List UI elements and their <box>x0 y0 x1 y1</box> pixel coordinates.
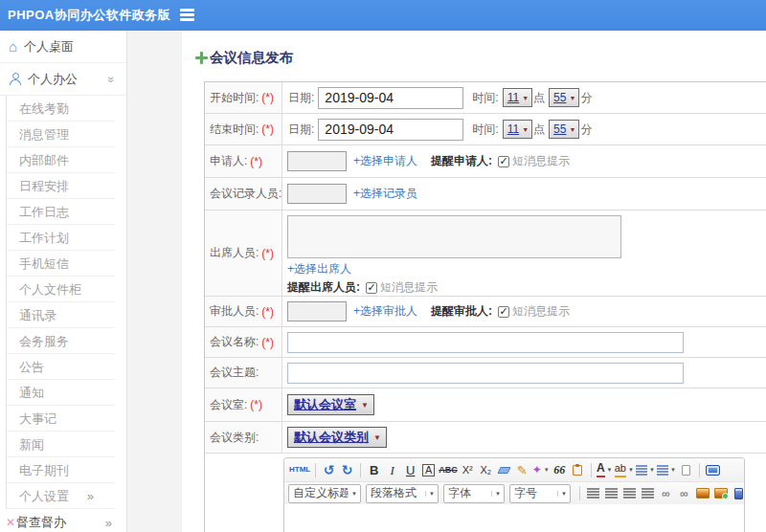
sidebar-item-schedule[interactable]: 日程安排 <box>7 173 115 199</box>
font-size-select[interactable]: 字号▼ <box>509 484 571 503</box>
time-label: 时间: <box>472 122 498 138</box>
start-minute-select[interactable]: 55▼ <box>549 88 579 107</box>
field-label: 出席人员: <box>210 245 259 261</box>
required-mark: (*) <box>261 305 274 319</box>
content-panel: 会议信息发布 开始时间: (*) 日期: 时间: 11▼ 点 55▼ 分 <box>182 31 766 532</box>
italic-icon[interactable]: I <box>384 461 400 479</box>
choose-recorder-link[interactable]: +选择记录员 <box>353 186 417 202</box>
end-hour-select[interactable]: 11▼ <box>503 120 532 139</box>
auto-typeset-icon[interactable]: ✦▼ <box>532 461 550 479</box>
sidebar-item-meeting-service[interactable]: 会务服务 <box>7 328 115 354</box>
sidebar-item-label: 个人设置 <box>19 489 69 503</box>
start-date-input[interactable] <box>318 87 463 109</box>
html-source-icon[interactable]: HTML <box>289 461 310 479</box>
meeting-topic-input[interactable] <box>287 363 684 384</box>
sidebar-item-contacts[interactable]: 通讯录 <box>7 302 115 328</box>
meeting-category-select[interactable]: 默认会议类别▼ <box>287 427 387 448</box>
field-label: 会议室: <box>210 397 247 413</box>
ordered-list-icon[interactable]: ▼ <box>636 461 655 479</box>
attendees-sms-checkbox[interactable]: ✓ <box>366 282 377 294</box>
new-page-icon[interactable] <box>678 461 694 479</box>
choose-attendees-link[interactable]: +选择出席人 <box>287 261 351 277</box>
sidebar-item-news[interactable]: 新闻 <box>7 432 115 457</box>
paste-text-icon[interactable] <box>570 461 586 479</box>
align-center-icon[interactable] <box>603 484 620 502</box>
sidebar-item-personal-desktop[interactable]: ⌂ 个人桌面 <box>0 31 126 63</box>
sidebar-item-message-management[interactable]: 消息管理 <box>7 122 115 147</box>
undo-icon[interactable]: ↺ <box>321 461 337 479</box>
required-mark: (*) <box>261 336 274 349</box>
align-left-icon[interactable] <box>585 484 601 502</box>
blockquote-icon[interactable]: 66 <box>552 461 568 479</box>
meeting-form: 开始时间: (*) 日期: 时间: 11▼ 点 55▼ 分 结束时间: (*) <box>204 81 766 532</box>
sidebar-item-personal-office[interactable]: 个人办公 » <box>0 63 126 96</box>
end-date-input[interactable] <box>318 119 463 141</box>
approver-input[interactable] <box>287 301 347 321</box>
insert-video-icon[interactable] <box>731 484 745 502</box>
superscript-icon[interactable]: X² <box>460 461 476 479</box>
sidebar-item-online-attendance[interactable]: 在线考勤 <box>7 96 115 122</box>
sidebar-item-personal-settings[interactable]: 个人设置 » <box>7 483 115 509</box>
hamburger-menu-icon[interactable] <box>180 9 194 21</box>
paragraph-format-select[interactable]: 段落格式▼ <box>366 484 439 503</box>
field-label: 会议主题: <box>210 365 259 381</box>
required-mark: (*) <box>250 398 262 411</box>
bold-icon[interactable]: B <box>366 461 382 479</box>
unordered-list-icon[interactable]: ▼ <box>657 461 676 479</box>
sidebar-item-notice[interactable]: 通知 <box>7 380 115 406</box>
toolbar-separator <box>591 463 592 477</box>
form-row-attendees: 出席人员: (*) +选择出席人 提醒出席人员: ✓ 短消息提示 <box>205 211 766 297</box>
sidebar-item-mobile-sms[interactable]: 手机短信 <box>7 251 115 277</box>
sidebar-item-label: 个人办公 <box>28 71 78 88</box>
sidebar-item-label: 督查督办 <box>16 514 66 531</box>
choose-approver-link[interactable]: +选择审批人 <box>353 303 417 320</box>
format-brush-icon[interactable]: ✎ <box>514 461 530 479</box>
sidebar: ⌂ 个人桌面 个人办公 » 在线考勤消息管理内部邮件日程安排工作日志工作计划手机… <box>0 31 127 532</box>
upload-image-icon[interactable] <box>712 484 729 502</box>
app-header: PHPOA协同办公软件政务版 <box>0 0 766 31</box>
eraser-icon[interactable] <box>496 461 512 479</box>
align-right-icon[interactable] <box>621 484 638 502</box>
fullscreen-icon[interactable] <box>705 461 721 479</box>
sidebar-item-work-log[interactable]: 工作日志 <box>7 199 115 225</box>
toolbar-separator <box>699 463 700 477</box>
end-minute-select[interactable]: 55▼ <box>549 120 579 139</box>
sidebar-item-announcement[interactable]: 公告 <box>7 354 115 380</box>
subscript-icon[interactable]: X₂ <box>478 461 494 479</box>
custom-title-select[interactable]: 自定义标题▼ <box>288 484 361 503</box>
strikethrough-icon[interactable]: ABC <box>439 461 458 479</box>
font-family-select[interactable]: 字体▼ <box>443 484 505 503</box>
editor-content[interactable] <box>284 504 744 532</box>
form-row-meeting-room: 会议室: (*) 默认会议室▼ <box>205 388 766 422</box>
start-hour-select[interactable]: 11▼ <box>503 88 532 107</box>
plus-icon <box>195 52 208 64</box>
sidebar-item-internal-mail[interactable]: 内部邮件 <box>7 147 115 173</box>
underline-icon[interactable]: U <box>402 461 418 479</box>
sidebar-item-personal-file-cabinet[interactable]: 个人文件柜 <box>7 277 115 302</box>
recorder-input[interactable] <box>287 184 347 204</box>
highlight-color-icon[interactable]: ab▼ <box>615 461 634 479</box>
field-label: 结束时间: <box>210 122 259 138</box>
sidebar-submenu: 在线考勤消息管理内部邮件日程安排工作日志工作计划手机短信个人文件柜通讯录会务服务… <box>6 96 126 483</box>
redo-icon[interactable]: ↻ <box>339 461 355 479</box>
sidebar-item-supervise[interactable]: ✕ 督查督办 » <box>0 511 126 532</box>
remove-link-icon[interactable]: ∞ <box>676 484 692 502</box>
insert-image-icon[interactable] <box>694 484 710 502</box>
sidebar-item-e-journal[interactable]: 电子期刊 <box>7 457 115 483</box>
meeting-room-select[interactable]: 默认会议室▼ <box>287 394 374 415</box>
applicant-input[interactable] <box>287 151 347 171</box>
field-label: 申请人: <box>210 153 247 169</box>
applicant-sms-checkbox[interactable]: ✓ <box>498 156 509 167</box>
approver-sms-checkbox[interactable]: ✓ <box>498 306 509 318</box>
attendees-textarea[interactable] <box>287 215 621 258</box>
sms-label: 短消息提示 <box>512 153 570 169</box>
choose-applicant-link[interactable]: +选择申请人 <box>353 153 417 169</box>
insert-link-icon[interactable]: ∞ <box>658 484 674 502</box>
sidebar-item-work-plan[interactable]: 工作计划 <box>7 225 115 251</box>
form-row-meeting-name: 会议名称: (*) <box>205 327 766 358</box>
meeting-name-input[interactable] <box>287 332 684 353</box>
align-justify-icon[interactable] <box>640 484 656 502</box>
sidebar-item-memorabilia[interactable]: 大事记 <box>7 406 115 432</box>
font-color-icon[interactable]: A▼ <box>597 461 613 479</box>
font-border-icon[interactable]: A <box>420 461 437 479</box>
